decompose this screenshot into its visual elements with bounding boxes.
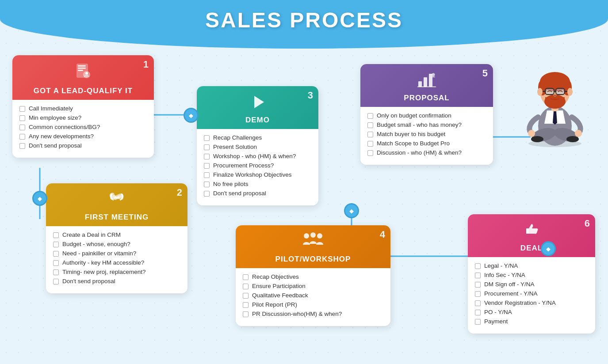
list-item: No free pilots: [204, 181, 311, 187]
svg-rect-21: [418, 81, 422, 87]
list-item: Present Solution: [204, 144, 311, 150]
svg-rect-9: [78, 65, 86, 67]
card4-icon: [301, 231, 325, 253]
list-item: Vendor Registration - Y/NA: [475, 300, 588, 306]
list-item: Create a Deal in CRM: [53, 231, 180, 238]
svg-rect-11: [78, 70, 83, 71]
svg-point-31: [531, 136, 543, 142]
svg-point-36: [575, 130, 582, 137]
list-item: Qualitative Feedback: [243, 292, 383, 299]
card1-body: Call Immediately Min employee size? Comm…: [12, 100, 154, 158]
card6-title: DEAL: [520, 244, 543, 253]
card5-body: Only on budget confirmation Budget small…: [360, 107, 493, 165]
list-item: Need - painkiller or vitamin?: [53, 250, 180, 257]
connector-2: [184, 108, 199, 123]
list-item: Don't send proposal: [19, 142, 147, 149]
avatar-figure: [515, 53, 595, 150]
page-title: SALES PROCESS: [0, 8, 608, 32]
svg-rect-43: [545, 88, 554, 95]
card2-title: FIRST MEETING: [85, 213, 149, 222]
card-deal: 6 DEAL Legal - Y/NA Info Sec - Y/NA DM S…: [468, 214, 595, 334]
card5-number: 5: [482, 68, 488, 79]
card4-number: 4: [380, 229, 385, 240]
svg-point-20: [317, 233, 322, 239]
list-item: Min employee size?: [19, 114, 147, 121]
card4-body: Recap Objectives Ensure Participation Qu…: [236, 268, 390, 326]
svg-rect-23: [429, 74, 432, 87]
list-item: Recap Objectives: [243, 273, 383, 280]
list-item: Finalize Workshop Objectives: [204, 171, 311, 178]
list-item: Match buyer to his budget: [367, 131, 486, 137]
card6-number: 6: [585, 218, 590, 229]
list-item: Call Immediately: [19, 105, 147, 112]
card6-body: Legal - Y/NA Info Sec - Y/NA DM Sign off…: [468, 257, 595, 334]
svg-marker-17: [254, 96, 264, 108]
card-pilot-workshop: 4 PILOT/WORKSHOP Recap Objectives Ensure…: [236, 225, 390, 326]
connector-4: [541, 241, 556, 256]
list-item: Budget - whose, enough?: [53, 241, 180, 247]
card-proposal: 5 PROPOSAL Only on budget confirmation B…: [360, 64, 493, 165]
list-item: Budget small - who has money?: [367, 121, 486, 128]
list-item: Match Scope to Budget Pro: [367, 140, 486, 147]
list-item: Don't send proposal: [204, 190, 311, 197]
list-item: Legal - Y/NA: [475, 262, 588, 269]
list-item: Info Sec - Y/NA: [475, 272, 588, 278]
svg-point-25: [432, 73, 435, 76]
list-item: Pilot Report (PR): [243, 301, 383, 308]
list-item: Any new developments?: [19, 133, 147, 140]
svg-rect-16: [114, 197, 119, 199]
card-first-meeting: 2 FIRST MEETING Create a Deal in CRM Bud…: [46, 183, 187, 293]
card2-number: 2: [177, 187, 182, 198]
card3-body: Recap Challenges Present Solution Worksh…: [197, 129, 318, 205]
connector-1: [32, 191, 47, 206]
svg-point-35: [528, 130, 535, 137]
card5-icon: [417, 70, 437, 92]
card6-icon: [522, 220, 541, 242]
card2-icon: [106, 190, 128, 211]
svg-point-32: [566, 136, 579, 142]
svg-point-48: [537, 88, 543, 96]
card3-number: 3: [308, 90, 313, 101]
list-item: Common connections/BG?: [19, 124, 147, 130]
list-item: PR Discussion-who(HM) & when?: [243, 311, 383, 317]
svg-point-13: [85, 72, 88, 75]
card4-title: PILOT/WORKSHOP: [275, 255, 351, 264]
card1-icon: [73, 61, 93, 85]
list-item: Ensure Participation: [243, 283, 383, 289]
card-demo: 3 DEMO Recap Challenges Present Solution…: [197, 86, 318, 205]
connector-3: [344, 203, 359, 218]
card5-title: PROPOSAL: [404, 94, 449, 102]
list-item: Timing- new proj, replacement?: [53, 269, 180, 275]
card3-title: DEMO: [245, 116, 270, 125]
card-qualify-lead: 1 GOT A LEAD-QUALIFY IT Call Immediately…: [12, 55, 154, 158]
svg-rect-44: [556, 88, 565, 95]
list-item: Don't send proposal: [53, 278, 180, 284]
svg-point-18: [304, 233, 309, 239]
list-item: Only on budget confirmation: [367, 112, 486, 119]
card1-number: 1: [143, 59, 149, 70]
card2-body: Create a Deal in CRM Budget - whose, eno…: [46, 226, 187, 293]
list-item: Payment: [475, 318, 588, 325]
svg-point-49: [567, 88, 573, 96]
svg-rect-22: [424, 77, 427, 87]
list-item: Discussion - who (HM) & when?: [367, 149, 486, 156]
svg-point-19: [310, 232, 316, 238]
svg-rect-10: [78, 68, 86, 69]
list-item: Workshop - who (HM) & when?: [204, 153, 311, 159]
list-item: DM Sign off - Y/NA: [475, 281, 588, 288]
svg-rect-26: [526, 228, 529, 234]
list-item: Procurement Process?: [204, 162, 311, 169]
list-item: Authority - key HM accessible?: [53, 259, 180, 266]
card3-icon: [248, 92, 268, 114]
card1-title: GOT A LEAD-QUALIFY IT: [34, 87, 133, 95]
list-item: PO - Y/NA: [475, 309, 588, 315]
list-item: Recap Challenges: [204, 134, 311, 141]
list-item: Procurement - Y/NA: [475, 290, 588, 297]
